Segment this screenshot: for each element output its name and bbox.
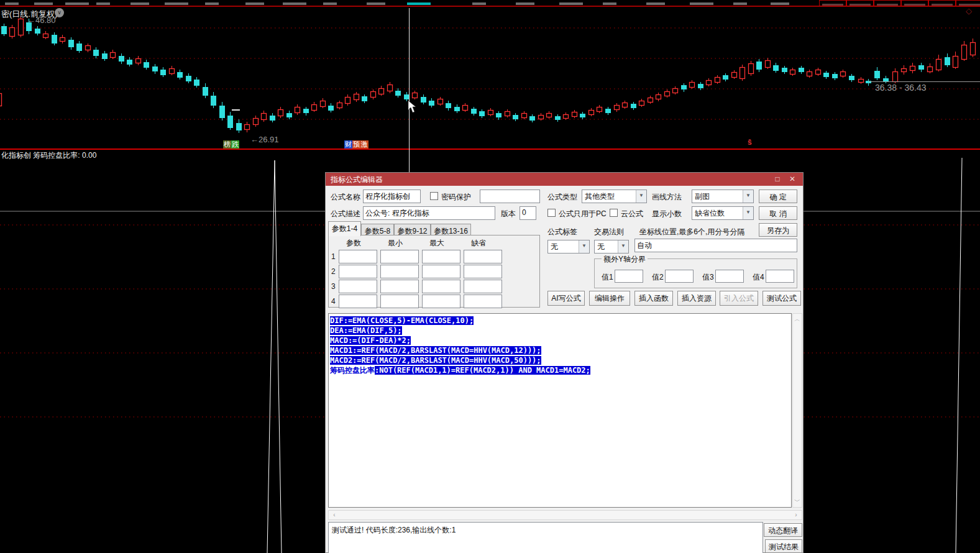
tab-params-9-12[interactable]: 参数9-12	[394, 224, 431, 235]
coord-position-input[interactable]: 自动	[634, 239, 797, 252]
scroll-up-icon[interactable]: ︿	[793, 315, 802, 324]
param-input[interactable]	[339, 250, 377, 263]
ok-button[interactable]: 确 定	[759, 190, 797, 203]
action-button-6[interactable]: 测试公式	[762, 291, 801, 306]
code-line[interactable]: 筹码控盘比率:NOT(REF(MACD1,1)=REF(MACD2,1)) AN…	[329, 365, 791, 375]
action-button-2[interactable]: 编辑操作	[589, 291, 630, 306]
menu-item[interactable]	[5, 2, 19, 5]
dialog-title-bar[interactable]: 指标公式编辑器 □ ✕	[326, 173, 803, 186]
tab-params-5-8[interactable]: 参数5-8	[361, 224, 394, 235]
menu-item[interactable]	[96, 2, 110, 5]
dividend-marker[interactable]: ŝ	[748, 138, 752, 147]
draw-method-select[interactable]: 副图 ▼	[692, 190, 754, 203]
menu-item[interactable]	[646, 2, 665, 5]
menu-item[interactable]	[34, 2, 53, 5]
menu-item[interactable]	[323, 2, 337, 5]
tab-params-1-4[interactable]: 参数1-4	[328, 221, 361, 236]
param-input[interactable]	[380, 265, 419, 278]
action-button-4[interactable]: 插入资源	[677, 291, 716, 306]
save-as-button[interactable]: 另存为	[759, 223, 797, 237]
code-line[interactable]: DEA:=EMA(DIF,5);	[329, 326, 791, 336]
y-axis-value-input[interactable]	[615, 270, 643, 283]
scroll-left-icon[interactable]: ‹	[330, 511, 339, 518]
menu-item-active[interactable]	[407, 2, 431, 5]
param-input[interactable]	[422, 250, 460, 263]
menu-item[interactable]	[367, 2, 385, 5]
code-line[interactable]: MACD2:=REF(MACD/2,BARSLAST(MACD=HHV(MACD…	[329, 355, 791, 365]
editor-horizontal-scrollbar[interactable]: ‹ ›	[328, 510, 802, 520]
scroll-down-icon[interactable]: ﹀	[793, 497, 802, 506]
menu-item[interactable]	[733, 2, 747, 5]
param-input[interactable]	[380, 280, 419, 293]
y-axis-value-input[interactable]	[665, 270, 694, 283]
toolbar-button[interactable]	[901, 0, 928, 6]
formula-tag-select[interactable]: 无 ▼	[547, 240, 590, 254]
pc-only-checkbox[interactable]	[547, 209, 556, 217]
param-input[interactable]	[464, 250, 502, 263]
test-result-button[interactable]: 测试结果	[765, 539, 802, 553]
code-line[interactable]: DIF:=EMA(CLOSE,5)-EMA(CLOSE,10);	[329, 316, 791, 326]
mouse-cursor	[408, 101, 418, 113]
formula-name-input[interactable]: 程序化指标创	[363, 190, 421, 203]
formula-desc-input[interactable]: 公众号: 程序化指标	[363, 206, 495, 220]
toolbar-button[interactable]	[928, 0, 956, 6]
chevron-down-icon[interactable]: ▼	[743, 207, 753, 219]
menu-item[interactable]	[131, 2, 149, 5]
scroll-right-icon[interactable]: ›	[792, 511, 800, 518]
menu-item[interactable]	[65, 2, 89, 5]
version-label: 版本	[501, 209, 516, 219]
toolbar-button[interactable]	[819, 0, 846, 6]
param-input[interactable]	[339, 295, 377, 308]
menu-item[interactable]	[245, 2, 264, 5]
menu-item[interactable]	[165, 2, 188, 5]
toolbar-button[interactable]	[956, 0, 980, 6]
toolbar-button[interactable]	[874, 0, 901, 6]
param-input[interactable]	[422, 295, 460, 308]
param-input[interactable]	[464, 265, 502, 278]
maximize-icon[interactable]: □	[772, 174, 783, 184]
action-button-1[interactable]: AI写公式	[547, 291, 585, 306]
menu-item[interactable]	[559, 2, 583, 5]
menu-item[interactable]	[205, 2, 219, 5]
chevron-down-icon[interactable]: ▼	[636, 190, 646, 203]
action-button-3[interactable]: 插入函数	[634, 291, 673, 306]
code-line[interactable]: MACD:=(DIF-DEA)*2;	[329, 336, 791, 345]
chevron-down-icon[interactable]: ▼	[618, 240, 628, 253]
y-axis-value-input[interactable]	[766, 270, 794, 283]
chevron-down-icon[interactable]: ▼	[743, 190, 753, 203]
close-icon[interactable]: ✕	[787, 174, 798, 184]
event-badge-down[interactable]: 榜跌	[223, 140, 239, 149]
param-input[interactable]	[380, 295, 419, 308]
menu-item[interactable]	[516, 2, 534, 5]
formula-type-select[interactable]: 其他类型 ▼	[582, 190, 647, 203]
dynamic-translate-button[interactable]: 动态翻译	[764, 523, 802, 537]
menu-item[interactable]	[603, 2, 616, 5]
param-input[interactable]	[464, 280, 502, 293]
chevron-down-icon[interactable]: ▼	[579, 240, 589, 253]
param-input[interactable]	[422, 265, 460, 278]
trade-rule-select[interactable]: 无 ▼	[594, 240, 629, 254]
param-input[interactable]	[380, 250, 419, 263]
param-input[interactable]	[422, 280, 460, 293]
decimals-select[interactable]: 缺省位数 ▼	[692, 206, 754, 220]
param-input[interactable]	[339, 280, 377, 293]
menu-item[interactable]	[283, 2, 306, 5]
tab-params-13-16[interactable]: 参数13-16	[431, 224, 471, 235]
param-input[interactable]	[339, 265, 377, 278]
menu-item[interactable]	[472, 2, 486, 5]
toolbar-button[interactable]	[846, 0, 874, 6]
menu-item[interactable]	[771, 2, 789, 5]
y-axis-value-input[interactable]	[715, 270, 744, 283]
cloud-formula-checkbox[interactable]	[610, 209, 618, 217]
version-input[interactable]: 0	[520, 206, 536, 220]
chevron-down-icon[interactable]: ∨	[55, 8, 64, 17]
param-input[interactable]	[464, 295, 502, 308]
menu-item[interactable]	[690, 2, 713, 5]
password-protect-checkbox[interactable]	[430, 192, 438, 200]
editor-vertical-scrollbar[interactable]: ︿ ﹀	[792, 313, 802, 508]
event-badge-news[interactable]: 财预激	[344, 140, 369, 149]
password-input[interactable]	[480, 190, 540, 203]
formula-code-editor[interactable]: DIF:=EMA(CLOSE,5)-EMA(CLOSE,10);DEA:=EMA…	[328, 313, 792, 508]
cancel-button[interactable]: 取 消	[759, 206, 797, 220]
code-line[interactable]: MACD1:=REF(MACD/2,BARSLAST(MACD=HHV(MACD…	[329, 345, 791, 355]
